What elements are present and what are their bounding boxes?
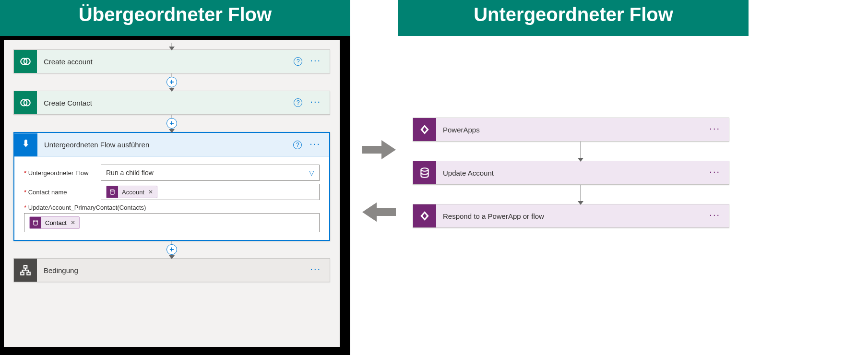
step-run-child-flow[interactable]: Untergeordneten Flow ausführen ? ··· Unt…	[13, 132, 330, 241]
add-step-button[interactable]: +	[166, 118, 177, 129]
connector	[413, 142, 749, 161]
parent-flow-frame: Create account ? ··· + Create	[0, 36, 350, 355]
more-menu-icon[interactable]: ···	[709, 169, 720, 177]
token-label: Account	[122, 189, 144, 196]
child-flow-panel: Untergeordneter Flow PowerApps ···	[398, 0, 749, 348]
add-step-connector: +	[13, 241, 330, 258]
add-step-connector: +	[13, 115, 330, 132]
database-icon	[30, 217, 41, 228]
help-icon[interactable]: ?	[294, 57, 302, 66]
svg-point-5	[110, 190, 114, 191]
field-label-child-flow: Untergeordneter Flow	[24, 169, 101, 177]
token-contact[interactable]: Contact ✕	[29, 216, 80, 229]
field-label-contact-name: Contact name	[24, 189, 101, 196]
connector	[4, 43, 340, 49]
condition-icon	[14, 259, 37, 282]
arrow-right-icon	[362, 139, 396, 160]
help-icon[interactable]: ?	[294, 98, 302, 107]
update-account-input[interactable]: Contact ✕	[24, 213, 320, 232]
field-label-update-account: UpdateAccount_PrimaryContact(Contacts)	[24, 204, 320, 211]
child-flow-select[interactable]: Run a child flow ▽	[101, 165, 320, 181]
child-flow-canvas: PowerApps ··· Update Account ···	[413, 36, 749, 348]
parent-flow-title: Übergeordneter Flow	[0, 0, 350, 36]
database-icon	[107, 186, 118, 198]
dataverse-icon	[14, 91, 37, 114]
step-update-account[interactable]: Update Account ···	[413, 161, 729, 185]
token-account[interactable]: Account ✕	[106, 186, 157, 198]
more-menu-icon[interactable]: ···	[310, 99, 321, 107]
step-condition[interactable]: Bedingung ···	[13, 258, 330, 282]
step-label: Untergeordneten Flow ausführen	[37, 141, 293, 149]
svg-rect-7	[24, 265, 27, 268]
svg-marker-11	[362, 202, 396, 222]
more-menu-icon[interactable]: ···	[309, 141, 321, 149]
more-menu-icon[interactable]: ···	[709, 212, 720, 220]
more-menu-icon[interactable]: ···	[310, 266, 321, 274]
step-create-contact[interactable]: Create Contact ? ···	[13, 91, 330, 115]
svg-point-4	[24, 139, 27, 142]
parent-flow-canvas: Create account ? ··· + Create	[4, 40, 340, 347]
child-flow-title: Untergeordneter Flow	[398, 0, 749, 36]
connector	[413, 185, 749, 204]
help-icon[interactable]: ?	[293, 141, 302, 149]
step-powerapps[interactable]: PowerApps ···	[413, 118, 729, 142]
step-respond[interactable]: Respond to a PowerApp or flow ···	[413, 204, 729, 228]
chevron-down-icon: ▽	[309, 169, 314, 177]
step-label: Create account	[37, 58, 294, 66]
add-step-button[interactable]: +	[166, 77, 177, 87]
step-label: Bedingung	[37, 266, 310, 274]
step-label: Update Account	[436, 169, 709, 177]
step-label: Respond to a PowerApp or flow	[436, 212, 709, 220]
svg-point-6	[34, 220, 37, 222]
add-step-button[interactable]: +	[166, 244, 177, 255]
step-create-account[interactable]: Create account ? ···	[13, 49, 330, 73]
powerapps-icon	[413, 204, 436, 227]
powerapps-icon	[413, 118, 436, 141]
more-menu-icon[interactable]: ···	[709, 126, 720, 133]
parent-flow-panel: Übergeordneter Flow Create account ? ···	[0, 0, 350, 355]
token-remove-icon[interactable]: ✕	[71, 219, 75, 226]
run-child-flow-icon	[14, 133, 37, 156]
database-icon	[413, 161, 436, 184]
arrow-left-icon	[362, 202, 396, 223]
more-menu-icon[interactable]: ···	[310, 58, 321, 65]
token-remove-icon[interactable]: ✕	[148, 189, 153, 195]
dataverse-icon	[14, 50, 37, 73]
step-label: PowerApps	[436, 126, 709, 134]
svg-marker-10	[362, 140, 396, 159]
svg-point-12	[421, 168, 428, 171]
svg-rect-8	[21, 272, 24, 274]
child-flow-value: Run a child flow	[106, 169, 154, 177]
token-label: Contact	[45, 219, 67, 226]
contact-name-input[interactable]: Account ✕	[101, 184, 320, 200]
step-label: Create Contact	[37, 99, 294, 107]
add-step-connector: +	[13, 73, 330, 91]
svg-rect-9	[27, 272, 30, 274]
